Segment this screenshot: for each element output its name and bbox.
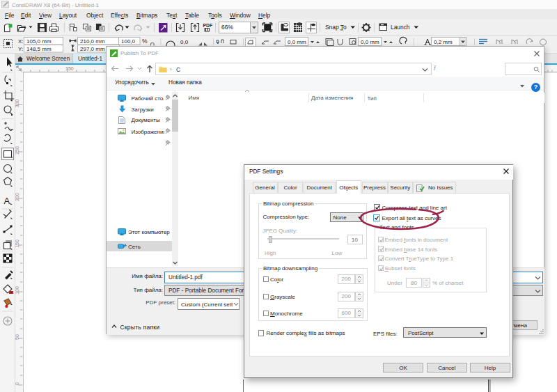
svg-text:148,5 mm: 148,5 mm (26, 46, 52, 52)
svg-text:150: 150 (65, 66, 74, 71)
svg-text:200: 200 (15, 193, 19, 201)
svg-text:210,0 mm: 210,0 mm (80, 38, 105, 45)
svg-text:0: 0 (15, 382, 19, 384)
svg-text:66%: 66% (221, 24, 233, 31)
svg-text:%: % (142, 38, 148, 45)
svg-text:300: 300 (15, 99, 19, 107)
svg-text:105,0 mm: 105,0 mm (26, 38, 52, 45)
svg-text:0,0 mm: 0,0 mm (361, 39, 379, 45)
svg-text:100: 100 (15, 286, 19, 295)
svg-text:150: 150 (15, 240, 19, 248)
svg-text:X:: X: (18, 38, 24, 45)
svg-text:250: 250 (15, 146, 19, 155)
svg-text:100,0: 100,0 (121, 38, 136, 45)
svg-text:50: 50 (15, 334, 19, 340)
svg-text:Y:: Y: (18, 46, 23, 52)
svg-text:0,0 mm: 0,0 mm (288, 39, 306, 45)
svg-text:A: A (4, 196, 10, 206)
svg-text:0,0: 0,0 (180, 39, 189, 45)
svg-text:Snap To: Snap To (325, 24, 347, 31)
svg-text:0,2 mm: 0,2 mm (434, 39, 453, 45)
svg-text:PDF: PDF (203, 23, 213, 28)
svg-text:Launch: Launch (391, 24, 410, 31)
svg-text:297,0 mm: 297,0 mm (80, 46, 105, 52)
